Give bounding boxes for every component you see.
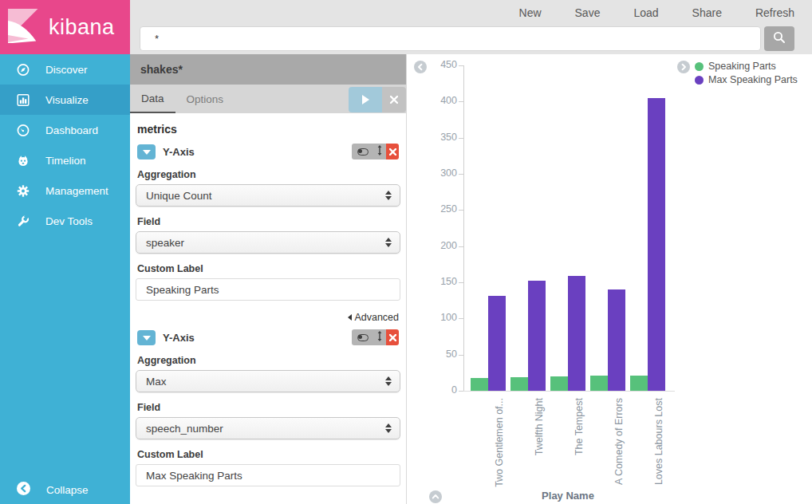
tab-data[interactable]: Data xyxy=(130,85,175,113)
y-tick-mark xyxy=(459,65,463,66)
tab-options[interactable]: Options xyxy=(175,85,235,113)
wrench-icon xyxy=(17,215,30,227)
index-pattern-name: shakes* xyxy=(140,63,183,76)
select-arrows-icon xyxy=(385,191,392,200)
y-tick-mark xyxy=(459,246,463,247)
y-tick-label: 350 xyxy=(408,132,457,143)
y-tick-label: 400 xyxy=(408,95,457,106)
sidebar-item-management[interactable]: Management xyxy=(0,175,130,206)
discard-changes-button[interactable] xyxy=(382,87,406,112)
sidebar-item-dashboard[interactable]: Dashboard xyxy=(0,115,130,145)
bar-speaking-parts[interactable] xyxy=(550,376,568,391)
collapse-label: Collapse xyxy=(46,484,89,496)
y-tick-mark xyxy=(459,138,463,139)
disable-agg-toggle[interactable] xyxy=(352,329,373,345)
select-arrows-icon xyxy=(385,376,392,386)
legend-label: Speaking Parts xyxy=(708,61,776,72)
x-axis-category-label[interactable]: Loves Labours Lost xyxy=(653,398,664,485)
bar-max-speaking-parts[interactable] xyxy=(528,281,546,391)
sidebar-item-dev-tools[interactable]: Dev Tools xyxy=(0,206,130,236)
bar-speaking-parts[interactable] xyxy=(630,376,648,391)
search-row xyxy=(140,26,794,51)
y-tick-mark xyxy=(459,210,463,211)
advanced-label: Advanced xyxy=(354,312,399,323)
chevron-right-circle-icon[interactable] xyxy=(677,61,690,85)
gauge-icon xyxy=(17,124,30,136)
y-tick-mark xyxy=(459,282,463,283)
field-select[interactable]: speaker xyxy=(136,231,400,254)
custom-label-input[interactable] xyxy=(136,278,400,301)
advanced-toggle-icon xyxy=(348,314,352,321)
sidebar-item-discover[interactable]: Discover xyxy=(0,54,130,85)
field-selected-value: speaker xyxy=(146,237,184,249)
search-button[interactable] xyxy=(764,26,794,51)
y-tick-label: 100 xyxy=(408,312,457,323)
sidebar-item-timelion[interactable]: Timelion xyxy=(0,145,130,175)
aggregation-selected-value: Unique Count xyxy=(146,190,212,202)
bar-chart-icon xyxy=(17,93,30,106)
remove-agg-button[interactable] xyxy=(386,329,399,345)
top-nav-links: New Save Load Share Refresh xyxy=(130,0,812,26)
bar-max-speaking-parts[interactable] xyxy=(488,296,506,391)
collapse-button[interactable]: Collapse xyxy=(0,475,130,504)
index-pattern-header: shakes* xyxy=(130,54,406,85)
y-tick-label: 200 xyxy=(408,240,457,251)
aggregation-selected-value: Max xyxy=(146,376,167,388)
x-axis-category-label[interactable]: Two Gentlemen of... xyxy=(494,398,505,487)
y-axis-1-header: Y-Axis xyxy=(137,144,399,159)
custom-label-label: Custom Label xyxy=(137,449,399,460)
load-button[interactable]: Load xyxy=(633,6,658,19)
aggregation-select[interactable]: Max xyxy=(136,370,400,392)
legend-label: Max Speaking Parts xyxy=(708,74,798,85)
sidebar-item-label: Dev Tools xyxy=(45,215,93,227)
sidebar-item-visualize[interactable]: Visualize xyxy=(0,85,130,115)
x-axis-category-label[interactable]: A Comedy of Errors xyxy=(613,398,625,485)
refresh-button[interactable]: Refresh xyxy=(755,6,794,19)
close-icon xyxy=(390,94,398,106)
legend-color-dot-icon xyxy=(695,76,704,85)
share-button[interactable]: Share xyxy=(692,6,722,19)
bar-speaking-parts[interactable] xyxy=(510,377,528,391)
apply-changes-button[interactable] xyxy=(349,87,382,112)
reorder-agg-button[interactable] xyxy=(373,329,386,345)
chevron-down-icon xyxy=(143,336,151,341)
y-axis-line xyxy=(463,65,464,392)
play-icon xyxy=(362,95,369,104)
reorder-agg-button[interactable] xyxy=(373,144,386,159)
bar-chart: 450400350300250200150100500 Two Gentleme… xyxy=(408,54,812,504)
agg-actions xyxy=(352,144,399,159)
y-tick-label: 150 xyxy=(408,276,457,287)
sidebar: Discover Visualize Dashboard Timelion Ma… xyxy=(0,54,130,504)
collapse-agg-button[interactable] xyxy=(137,330,156,345)
bar-max-speaking-parts[interactable] xyxy=(648,98,665,391)
disable-agg-toggle[interactable] xyxy=(352,144,373,159)
remove-agg-button[interactable] xyxy=(386,144,399,159)
chevron-down-icon xyxy=(143,150,151,155)
chevron-up-circle-icon[interactable] xyxy=(429,490,442,503)
new-button[interactable]: New xyxy=(519,6,542,19)
custom-label-input[interactable] xyxy=(136,464,400,486)
advanced-toggle[interactable]: Advanced xyxy=(136,312,399,323)
field-select[interactable]: speech_number xyxy=(136,417,400,439)
bar-speaking-parts[interactable] xyxy=(471,378,488,391)
aggregation-label: Aggregation xyxy=(137,355,399,366)
kibana-logo-icon xyxy=(8,8,41,46)
bar-max-speaking-parts[interactable] xyxy=(568,276,585,391)
collapse-circle-icon xyxy=(17,482,30,498)
metrics-section-title: metrics xyxy=(137,123,400,136)
x-axis-category-label[interactable]: Twelfth Night xyxy=(534,398,545,455)
legend-entry[interactable]: Max Speaking Parts xyxy=(695,74,798,85)
field-label: Field xyxy=(137,216,399,227)
sidebar-item-label: Timelion xyxy=(45,155,86,167)
kibana-logo[interactable]: kibana xyxy=(0,0,130,54)
query-input[interactable] xyxy=(140,26,761,51)
bar-max-speaking-parts[interactable] xyxy=(608,289,625,391)
legend-entry[interactable]: Speaking Parts xyxy=(695,61,798,72)
aggregation-select[interactable]: Unique Count xyxy=(136,184,400,207)
save-button[interactable]: Save xyxy=(575,6,601,19)
bar-speaking-parts[interactable] xyxy=(590,376,608,391)
y-tick-mark xyxy=(459,355,463,356)
x-axis-category-label[interactable]: The Tempest xyxy=(574,398,585,455)
collapse-agg-button[interactable] xyxy=(137,144,156,159)
y-tick-mark xyxy=(459,101,463,102)
